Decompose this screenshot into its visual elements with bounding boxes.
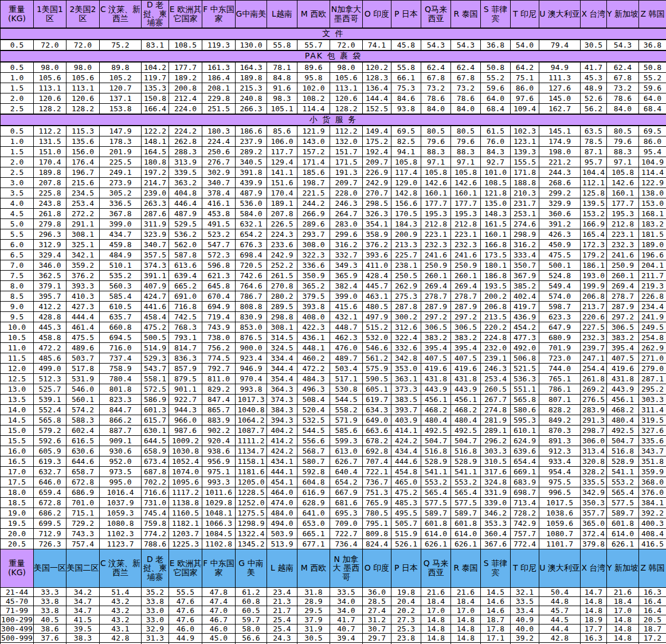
rate-cell: 454.1 [267,477,297,487]
rate-cell: 426.3 [539,229,581,240]
rate-cell: 395.4 [607,343,639,353]
rate-cell: 214.7 [142,178,169,188]
rate-cell: 324.8 [481,477,511,487]
rate-cell: 21.3 [267,597,297,606]
rate-cell: 215.6 [66,178,100,188]
rate-cell: 647.9 [539,322,581,333]
rate-cell: 669.1 [511,467,539,477]
rate-cell: 73.2 [421,83,451,93]
rate-cell: 326.3 [363,209,391,219]
rate-cell: 1016.4 [100,487,142,498]
zone-header-cell-2: T 印尼 [511,549,539,588]
rate-cell: 503.7 [66,353,100,364]
rate-cell: 379.5 [297,291,330,302]
rate-cell: 44.5 [539,615,581,625]
rate-cell: 254.8 [639,333,666,343]
rate-cell: 327.6 [639,426,666,436]
rate-row: 2.0170.4176.4225.5180.8313.9276.7340.512… [1,157,666,167]
rate-cell: 180.3 [202,126,236,136]
rate-cell: 232.3 [607,240,639,250]
rate-cell: 268.6 [539,178,581,188]
rate-cell: 1038.6 [539,508,581,518]
rate-cell: 658.7 [66,467,100,477]
rate-cell: 232.0 [481,343,511,353]
weight-cell: 4.5 [1,209,34,219]
rate-row: 14.0552.4574.2844.7601.3944.3865.71040.8… [1,405,666,415]
rate-cell: 363.2 [169,178,202,188]
rate-cell: 487.9 [169,209,202,219]
rate-cell: 374.3 [142,260,169,271]
rate-cell: 870.3 [539,426,581,436]
rate-cell: 92.7 [481,157,511,167]
rate-cell: 45.7 [539,606,581,615]
rate-cell: 450.9 [539,240,581,250]
rate-cell: 626.1 [607,539,639,549]
rate-cell: 492.5 [421,426,451,436]
rate-cell: 695.3 [330,508,363,518]
rate-cell: 21.6 [451,588,481,597]
rate-cell: 946.9 [236,364,267,374]
rate-cell: 226.9 [363,167,391,178]
weight-cell: 45-70 [1,597,34,606]
rate-cell: 33.5 [330,588,363,597]
rate-cell: 973.5 [100,467,142,477]
rate-cell: 250.9 [451,260,481,271]
rate-cell: 325.1 [66,240,100,250]
rate-cell: 223.1 [607,229,639,240]
rate-cell: 98.3 [267,93,297,104]
rate-cell: 560.1 [66,395,100,405]
rate-cell: 189.8 [236,73,267,83]
rate-cell: 128.2 [66,104,100,115]
rate-cell: 480.4 [451,415,481,426]
rate-cell: 436.1 [297,333,330,343]
rate-cell: 251.5 [202,104,236,115]
rate-cell: 586.9 [142,395,169,405]
rate-cell: 504.7 [451,436,481,446]
rate-cell: 84.6 [391,93,421,104]
rate-cell: 716.0 [100,343,142,353]
rate-cell: 829.2 [202,384,236,395]
rate-cell: 665.1 [297,529,330,539]
weight-cell: 9.5 [1,312,34,322]
rate-cell: 171.5 [330,157,363,167]
weight-cell: 3.5 [1,188,34,198]
rate-cell: 40.9 [511,615,539,625]
rate-cell: 635.7 [100,312,142,322]
rate-cell: 34.7 [66,597,100,606]
rate-cell: 50.8 [639,62,666,73]
rate-cell: 342.9 [581,487,607,498]
rate-cell: 444.1 [267,467,297,477]
rate-cell: 145.1 [539,126,581,136]
rate-cell: 454.8 [391,467,421,477]
rate-cell: 383.5 [391,395,421,405]
rate-cell: 492.5 [607,426,639,436]
rate-row: 13.0525.7546.0801.8572.5901.1829.2993.83… [1,384,666,395]
rate-row: 13.5539.1560.1823.3586.9922.7847.41017.3… [1,395,666,405]
rate-cell: 20.4 [391,597,421,606]
rate-cell: 393.7 [391,405,421,415]
rate-cell: 378.4 [202,188,236,198]
rate-cell: 458.8 [34,333,66,343]
rate-cell: 764.6 [236,281,267,291]
rate-cell: 1030.8 [169,446,202,456]
rate-cell: 340.7 [142,240,169,250]
rate-cell: 975.1 [202,467,236,477]
zone-header-cell-2: O 印度 [363,549,391,588]
rate-cell: 16.3 [639,588,666,597]
rate-cell: 954.4 [539,467,581,477]
rate-cell: 152.5 [363,104,391,115]
rate-cell: 69.5 [639,126,666,136]
rate-cell: 14.5 [481,588,511,597]
rate-cell: 35.2 [142,588,169,597]
weight-cell: 4.0 [1,198,34,209]
weight-cell: 5.5 [1,229,34,240]
rate-cell: 1066.3 [202,518,236,529]
rate-cell: 601.8 [451,518,481,529]
weight-cell: 10.5 [1,333,34,343]
rate-cell: 920.4 [202,436,236,446]
rate-cell: 56.2 [581,104,607,115]
rate-cell: 266.9 [297,209,330,219]
rate-cell: 374.3 [267,395,297,405]
rate-cell: 738.0 [202,333,236,343]
rate-cell: 151.0 [34,147,66,157]
